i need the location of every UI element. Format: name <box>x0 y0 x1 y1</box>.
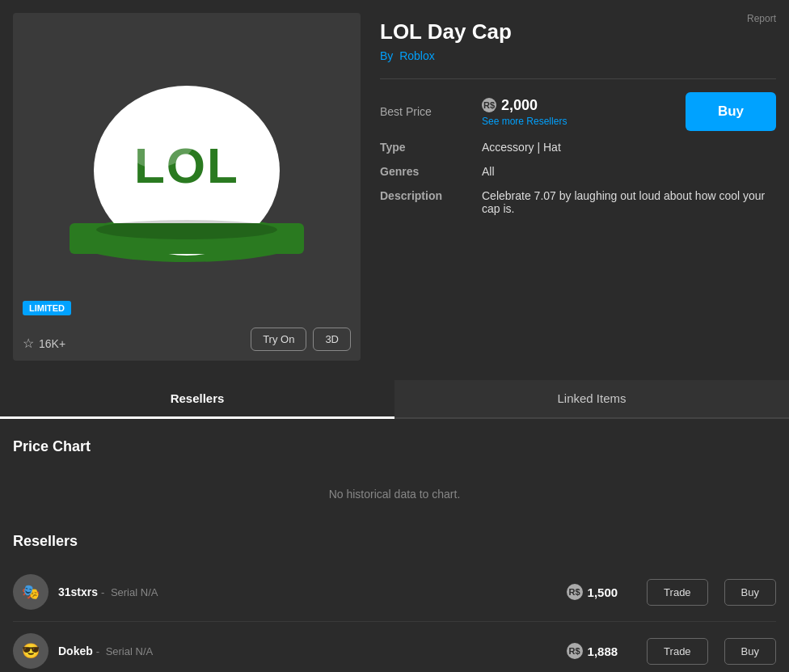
star-icon: ☆ <box>23 336 34 351</box>
type-value: Accessory | Hat <box>482 141 561 154</box>
limited-badge: LIMITED <box>23 301 71 315</box>
top-section: LOL LIMITED ☆ 16K+ Try On 3D <box>0 0 789 374</box>
item-image: LOL <box>57 74 316 300</box>
price-amount: R$ 2,000 <box>482 97 567 114</box>
reseller-info-2: Dokeb - Serial N/A <box>58 645 153 657</box>
avatar: 😎 <box>13 633 49 669</box>
3d-button[interactable]: 3D <box>313 328 351 351</box>
reseller-username[interactable]: 31stxrs <box>58 585 98 598</box>
table-row: 😎 Dokeb - Serial N/A R$ 1,888 Trade Buy <box>13 622 776 672</box>
image-buttons: Try On 3D <box>251 328 351 351</box>
price-value-area: R$ 2,000 See more Resellers <box>482 97 567 127</box>
description-label: Description <box>380 189 469 215</box>
tabs-bar: Resellers Linked Items <box>0 380 789 419</box>
type-label: Type <box>380 141 469 154</box>
svg-point-4 <box>96 220 277 239</box>
reseller-price-value-2: 1,888 <box>588 645 618 658</box>
reseller-serial: Serial N/A <box>111 586 158 598</box>
price-label: Best Price <box>380 105 469 118</box>
price-chart-section: Price Chart No historical data to chart. <box>13 438 776 520</box>
robux-icon-reseller: R$ <box>567 584 583 600</box>
favorites-row: ☆ 16K+ <box>23 336 65 351</box>
main-content: Price Chart No historical data to chart.… <box>0 419 789 672</box>
divider-1 <box>380 78 776 79</box>
trade-button-2[interactable]: Trade <box>647 638 707 665</box>
tab-resellers[interactable]: Resellers <box>0 380 394 419</box>
genres-label: Genres <box>380 165 469 178</box>
trade-button-1[interactable]: Trade <box>647 579 707 606</box>
info-panel: LOL Day Cap By Roblox Best Price R$ 2,00… <box>380 13 776 361</box>
price-chart-title: Price Chart <box>13 438 776 455</box>
description-row: Description Celebrate 7.07 by laughing o… <box>380 189 776 215</box>
report-link[interactable]: Report <box>747 13 776 24</box>
genres-row: Genres All <box>380 165 776 178</box>
by-prefix: By <box>380 49 393 62</box>
reseller-price-2: R$ 1,888 <box>567 643 618 659</box>
type-row: Type Accessory | Hat <box>380 141 776 154</box>
buy-button-1[interactable]: Buy <box>724 579 776 606</box>
table-row: 🎭 31stxrs - Serial N/A R$ 1,500 Trade Bu… <box>13 563 776 622</box>
price-row: Best Price R$ 2,000 See more Resellers B… <box>380 92 776 131</box>
robux-icon-reseller-2: R$ <box>567 643 583 659</box>
description-value: Celebrate 7.07 by laughing out loud abou… <box>482 189 776 215</box>
reseller-separator: - <box>101 586 108 598</box>
buy-button-main[interactable]: Buy <box>686 92 776 131</box>
reseller-info: 31stxrs - Serial N/A <box>58 585 158 598</box>
reseller-separator-2: - <box>96 645 103 657</box>
reseller-price-value: 1,500 <box>588 585 618 599</box>
item-image-container: LOL LIMITED ☆ 16K+ Try On 3D <box>13 13 361 361</box>
tab-linked-items[interactable]: Linked Items <box>394 380 789 417</box>
creator-row: By Roblox <box>380 49 776 62</box>
genres-value: All <box>482 165 495 178</box>
reseller-serial-2: Serial N/A <box>106 645 154 657</box>
buy-button-2[interactable]: Buy <box>724 638 776 665</box>
item-title: LOL Day Cap <box>380 19 776 44</box>
favorites-count: 16K+ <box>39 337 65 350</box>
see-resellers-link[interactable]: See more Resellers <box>482 116 567 127</box>
no-data-message: No historical data to chart. <box>13 468 776 520</box>
robux-icon: R$ <box>482 98 496 112</box>
resellers-title: Resellers <box>13 533 776 550</box>
creator-name-link[interactable]: Roblox <box>399 49 435 62</box>
try-on-button[interactable]: Try On <box>251 328 306 351</box>
price-number: 2,000 <box>501 97 538 114</box>
resellers-section: Resellers 🎭 31stxrs - Serial N/A R$ 1,50… <box>13 533 776 672</box>
reseller-username-2[interactable]: Dokeb <box>58 645 93 657</box>
avatar: 🎭 <box>13 574 49 610</box>
reseller-price: R$ 1,500 <box>567 584 618 600</box>
